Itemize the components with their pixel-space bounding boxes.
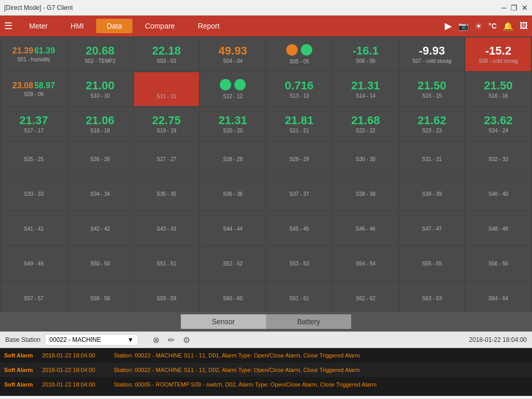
window-controls[interactable]: ─ ❐ ✕ (501, 4, 528, 12)
sensor-name: S47 - 47 (422, 226, 442, 232)
sensor-cell-s44[interactable]: S44 - 44 (200, 211, 265, 245)
sensor-cell-s64[interactable]: S64 - 64 (466, 281, 531, 312)
sensor-cell-s20[interactable]: 21.31 S20 - 20 (200, 107, 265, 141)
sensor-cell-s30[interactable]: S30 - 30 (333, 142, 398, 176)
sensor-name: S01 - humidity (17, 57, 50, 62)
sensor-cell-s53[interactable]: S53 - 53 (267, 246, 332, 280)
sensor-cell-s54[interactable]: S54 - 54 (333, 246, 398, 280)
sensor-cell-s61[interactable]: S61 - 61 (267, 281, 332, 312)
sensor-cell-s39[interactable]: S39 - 39 (400, 177, 465, 210)
edit-icon[interactable]: ✏ (168, 335, 175, 345)
sensor-cell-s09[interactable]: 23.08 58.97 S09 - 09 (1, 72, 66, 106)
sensor-cell-s19[interactable]: 22.75 S19 - 19 (134, 107, 200, 141)
sensor-cell-s10[interactable]: 21.00 S10 - 10 (68, 72, 133, 106)
sensor-cell-s49[interactable]: S49 - 49 (1, 246, 66, 280)
minimize-button[interactable]: ─ (501, 4, 507, 12)
status-bar: Base Station 00022 - MACHINE ▼ ⊗ ✏ ⚙ 201… (0, 331, 532, 348)
sensor-dots (220, 79, 246, 90)
sensor-cell-s06[interactable]: -16.1 S06 - 06 (333, 37, 398, 71)
nav-temp-icon[interactable]: °C (488, 22, 497, 30)
sensor-cell-s52[interactable]: S52 - 52 (200, 246, 265, 280)
alarm-log: Soft Alarm 2018-01-22 18:04:00 Station: … (0, 348, 532, 396)
sensor-cell-s43[interactable]: S43 - 43 (134, 211, 200, 245)
sensor-cell-s28[interactable]: S28 - 28 (200, 142, 265, 176)
nav-camera-icon[interactable]: 📷 (458, 21, 469, 31)
sensor-cell-s33[interactable]: S33 - 33 (1, 177, 66, 210)
sensor-cell-s63[interactable]: S63 - 63 (400, 281, 465, 312)
sensor-cell-s32[interactable]: S32 - 32 (466, 142, 531, 176)
sensor-cell-s04[interactable]: 49.93 S04 - 04 (200, 37, 265, 71)
sensor-cell-s01[interactable]: 21.39 61.39 S01 - humidity (1, 37, 66, 71)
nav-data[interactable]: Data (96, 19, 132, 33)
nav-report[interactable]: Report (188, 19, 230, 33)
sensor-cell-s48[interactable]: S48 - 48 (466, 211, 531, 245)
sensor-cell-s08[interactable]: -15.2 S08 - cold storag (466, 37, 531, 71)
sensor-cell-s60[interactable]: S60 - 60 (200, 281, 265, 312)
maximize-button[interactable]: ❐ (511, 4, 517, 12)
sensor-cell-s31[interactable]: S31 - 31 (400, 142, 465, 176)
sensor-cell-s02[interactable]: 20.68 S02 - TEMP2 (68, 37, 133, 71)
sensor-cell-s59[interactable]: S59 - 59 (134, 281, 200, 312)
sensor-cell-s50[interactable]: S50 - 50 (68, 246, 133, 280)
sensor-cell-s62[interactable]: S62 - 62 (333, 281, 398, 312)
sensor-cell-s58[interactable]: S58 - 58 (68, 281, 133, 312)
sensor-cell-s45[interactable]: S45 - 45 (267, 211, 332, 245)
sensor-cell-s12[interactable]: S12 - 12 (200, 72, 265, 106)
sensor-cell-s46[interactable]: S46 - 46 (333, 211, 398, 245)
sensor-cell-s14[interactable]: 21.31 S14 - 14 (333, 72, 398, 106)
sensor-cell-s17[interactable]: 21.37 S17 - 17 (1, 107, 66, 141)
sensor-name: S61 - 61 (289, 296, 309, 301)
nav-hmi[interactable]: HMI (60, 19, 95, 33)
sensor-cell-s55[interactable]: S55 - 55 (400, 246, 465, 280)
sensor-cell-s34[interactable]: S34 - 34 (68, 177, 133, 210)
sensor-cell-s36[interactable]: S36 - 36 (200, 177, 265, 210)
sensor-cell-s16[interactable]: 21.50 S16 - 16 (466, 72, 531, 106)
sensor-cell-s57[interactable]: S57 - 57 (1, 281, 66, 312)
alarm-message: Station: 00005 - ROOMTEMP S09 - switch, … (114, 381, 377, 388)
nav-image-icon[interactable]: 🖼 (520, 21, 528, 31)
nav-sun-icon[interactable]: ☀ (475, 21, 482, 31)
sensor-cell-s25[interactable]: S25 - 25 (1, 142, 66, 176)
sensor-cell-s22[interactable]: 21.68 S22 - 22 (333, 107, 398, 141)
nav-compare[interactable]: Compare (135, 19, 185, 33)
sensor-cell-s07[interactable]: -9.93 S07 - cold storag (400, 37, 465, 71)
sensor-cell-s56[interactable]: S56 - 56 (466, 246, 531, 280)
sensor-cell-s03[interactable]: 22.18 S03 - 03 (134, 37, 200, 71)
settings-icon[interactable]: ⚙ (183, 335, 190, 345)
sensor-cell-s29[interactable]: S29 - 29 (267, 142, 332, 176)
sensor-cell-s26[interactable]: S26 - 26 (68, 142, 133, 176)
alarm-time: 2018-01-22 18:04:00 (42, 381, 110, 388)
sensor-cell-s35[interactable]: S35 - 35 (134, 177, 200, 210)
station-value: 00022 - MACHINE (49, 336, 101, 343)
sensor-cell-s23[interactable]: 21.62 S23 - 23 (400, 107, 465, 141)
sensor-cell-s15[interactable]: 21.50 S15 - 15 (400, 72, 465, 106)
title-bar: [Direct Mode] - G7 Client ─ ❐ ✕ (0, 0, 532, 16)
sensor-cell-s27[interactable]: S27 - 27 (134, 142, 200, 176)
sensor-cell-s13[interactable]: 0.716 S13 - 13 (267, 72, 332, 106)
tab-sensor[interactable]: Sensor (181, 314, 266, 329)
nav-bell-icon[interactable]: 🔔 (503, 21, 513, 31)
sensor-cell-s51[interactable]: S51 - 51 (134, 246, 200, 280)
sensor-cell-s21[interactable]: 21.81 S21 - 21 (267, 107, 332, 141)
sensor-cell-s11[interactable]: S11 - 11 (134, 72, 200, 106)
menu-icon[interactable]: ☰ (4, 20, 12, 32)
sensor-cell-s18[interactable]: 21.06 S18 - 18 (68, 107, 133, 141)
sensor-cell-s47[interactable]: S47 - 47 (400, 211, 465, 245)
nav-meter[interactable]: Meter (19, 19, 58, 33)
sensor-name: S19 - 19 (156, 128, 176, 134)
sensor-cell-s40[interactable]: S40 - 40 (466, 177, 531, 210)
sensor-cell-s42[interactable]: S42 - 42 (68, 211, 133, 245)
sensor-value: -16.1 (353, 45, 379, 57)
station-select[interactable]: 00022 - MACHINE ▼ (45, 334, 138, 345)
sensor-cell-s38[interactable]: S38 - 38 (333, 177, 398, 210)
sensor-cell-s24[interactable]: 23.62 S24 - 24 (466, 107, 531, 141)
cancel-icon[interactable]: ⊗ (153, 335, 159, 345)
dual-value: 21.39 61.39 (12, 46, 55, 56)
tab-battery[interactable]: Battery (266, 314, 351, 329)
sensor-cell-s05[interactable]: S05 - 05 (267, 37, 332, 71)
sensor-name: S05 - 05 (289, 59, 309, 64)
sensor-cell-s41[interactable]: S41 - 41 (1, 211, 66, 245)
sensor-cell-s37[interactable]: S37 - 37 (267, 177, 332, 210)
nav-stream-icon[interactable]: ▶ (445, 20, 452, 32)
close-button[interactable]: ✕ (522, 4, 528, 12)
